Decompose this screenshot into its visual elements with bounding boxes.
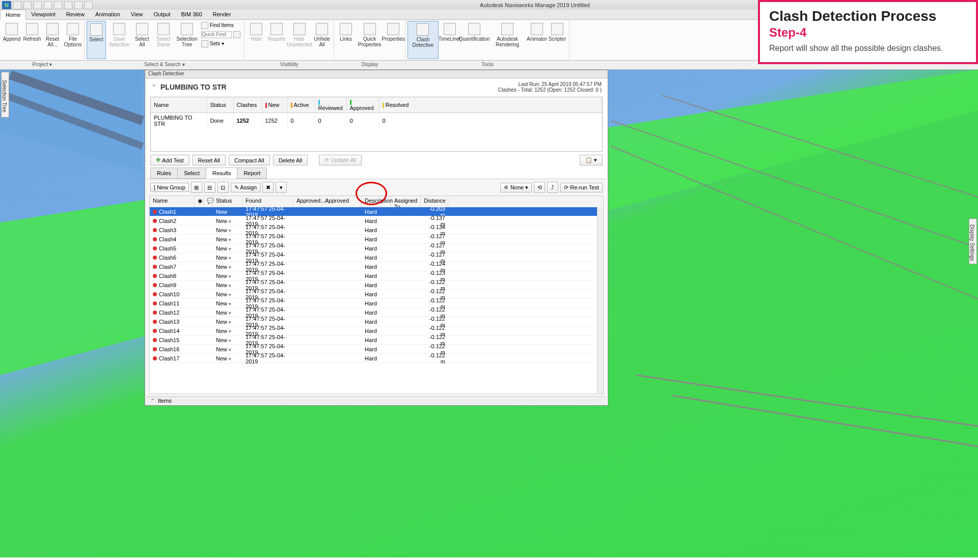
isolate-icon-button[interactable]: ⟲ [534,182,545,193]
th-new[interactable]: New [262,97,287,113]
status-dropdown-icon[interactable]: ▾ [229,246,231,251]
filter-icon-button[interactable]: ▾ [276,182,287,193]
th-clashes[interactable]: Clashes [233,97,262,113]
th-active[interactable]: Active [287,97,315,113]
compact-all-button[interactable]: Compact All [229,155,270,165]
qat-print-icon[interactable] [44,1,52,9]
reset-all-button[interactable]: Reset All... [43,21,62,59]
clash-row[interactable]: Clash4New ▾17:47:57 25-04-2019Hard-0.127… [150,235,597,244]
delete-all-button[interactable]: Delete All [273,155,308,165]
compact-icon-button[interactable]: ⊡ [218,182,229,193]
clash-row[interactable]: Clash11New ▾17:47:57 25-04-2019Hard-0.12… [150,299,597,308]
clash-row[interactable]: Clash15New ▾17:47:57 25-04-2019Hard-0.12… [150,335,597,345]
items-footer[interactable]: ⌃Items [146,396,607,405]
clash-row[interactable]: Clash2New ▾17:47:57 25-04-2019Hard-0.137… [150,216,597,226]
export-button[interactable]: 📋 ▾ [580,155,603,165]
scripter-button[interactable]: Scripter [548,21,567,59]
tab-bim360[interactable]: BIM 360 [176,10,208,19]
status-dropdown-icon[interactable]: ▾ [229,228,231,233]
status-dropdown-icon[interactable]: ▾ [229,301,231,306]
qat-save-icon[interactable] [34,1,42,9]
tab-select[interactable]: Select [177,167,206,179]
clash-row[interactable]: Clash17New ▾17:47:57 25-04-2019Hard-0.12… [150,354,597,363]
clash-row[interactable]: Clash10New ▾17:47:57 25-04-2019Hard-0.12… [150,290,597,299]
clash-detective-button[interactable]: Clash Detective [408,21,439,59]
th-approved[interactable]: Approved [346,97,379,113]
th-name[interactable]: Name [151,97,207,113]
search-icon[interactable] [233,31,240,38]
append-button[interactable]: Append [2,21,21,59]
status-dropdown-icon[interactable]: ▾ [229,283,231,288]
group-label-project[interactable]: Project ▾ [0,61,85,69]
selection-tree-sidetab[interactable]: Selection Tree [1,72,9,118]
status-dropdown-icon[interactable]: ▾ [229,311,231,316]
find-items-button[interactable]: Find Items [200,21,242,30]
status-dropdown-icon[interactable]: ▾ [229,219,231,224]
clash-row[interactable]: Clash5New ▾17:47:57 25-04-2019Hard-0.127… [150,244,597,253]
quick-find-input[interactable] [201,31,232,38]
tab-review[interactable]: Review [61,10,90,19]
th-status[interactable]: Status [207,97,233,113]
tab-results[interactable]: Results [206,167,238,179]
status-dropdown-icon[interactable]: ▾ [229,356,231,361]
clash-row[interactable]: Clash16New ▾17:47:57 25-04-2019Hard-0.12… [150,345,597,354]
qat-undo-icon[interactable] [54,1,62,9]
qat-select-icon[interactable] [85,1,93,9]
status-dropdown-icon[interactable]: ▾ [229,210,231,215]
tab-report[interactable]: Report [237,167,267,179]
reset-all-button[interactable]: Reset All [193,155,226,165]
qat-open-icon[interactable] [23,1,32,9]
refresh-button[interactable]: Refresh [22,21,42,59]
th-reviewed[interactable]: Reviewed [315,97,346,113]
clash-row[interactable]: Clash9New ▾17:47:57 25-04-2019Hard-0.122… [150,281,597,290]
qat-new-icon[interactable] [13,1,21,9]
th-resolved[interactable]: Resolved [379,97,602,113]
status-dropdown-icon[interactable]: ▾ [229,274,231,279]
status-dropdown-icon[interactable]: ▾ [229,237,231,242]
tests-row[interactable]: PLUMBING TO STR Done 1252 1252 0 0 0 0 [151,113,602,129]
app-logo[interactable]: N [2,1,11,9]
animator-button[interactable]: Animator [527,21,547,59]
new-group-button[interactable]: [ New Group [150,183,189,192]
status-dropdown-icon[interactable]: ▾ [229,256,231,261]
status-dropdown-icon[interactable]: ▾ [229,338,231,343]
clash-row[interactable]: Clash7New ▾17:47:57 25-04-2019Hard-0.124… [150,262,597,271]
status-dropdown-icon[interactable]: ▾ [229,320,231,325]
display-settings-sidetab[interactable]: Display Settings [969,218,977,264]
clash-row[interactable]: Clash6New ▾17:47:57 25-04-2019Hard-0.127… [150,253,597,262]
unassign-icon-button[interactable]: ✖ [262,182,274,193]
clash-row[interactable]: Clash8New ▾17:47:57 25-04-2019Hard-0.123… [150,271,597,281]
panel-title[interactable]: Clash Detective [145,70,608,78]
properties-button[interactable]: Properties [384,21,403,59]
rerun-test-button[interactable]: ⟳ Re-run Test [560,183,603,192]
quick-props-button[interactable]: Quick Properties [357,21,383,59]
qat-refresh-icon[interactable] [74,1,83,9]
tab-render[interactable]: Render [208,10,237,19]
status-dropdown-icon[interactable]: ▾ [229,292,231,297]
tab-home[interactable]: Home [0,10,26,20]
selection-tree-button[interactable]: Selection Tree [175,21,199,59]
clash-row[interactable]: Clash1New ▾17:47:57 25-04-2019Hard-0.203… [150,207,597,216]
clash-row[interactable]: Clash3New ▾17:47:57 25-04-2019Hard-0.134… [150,226,597,235]
sets-button[interactable]: Sets▾ [200,39,242,48]
filter-none-button[interactable]: ⚟ None ▾ [500,183,532,192]
reveal-icon-button[interactable]: ⤴ [547,182,558,193]
quantification-button[interactable]: Quantification [461,21,487,59]
select-button[interactable]: Select [87,21,106,59]
file-options-button[interactable]: File Options [63,21,83,59]
results-scrollbar[interactable] [597,207,603,394]
links-button[interactable]: Links [336,21,356,59]
assign-button[interactable]: ✎ Assign [231,183,260,192]
status-dropdown-icon[interactable]: ▾ [229,329,231,334]
autodesk-rendering-button[interactable]: Autodesk Rendering [488,21,526,59]
clash-row[interactable]: Clash14New ▾17:47:57 25-04-2019Hard-0.12… [150,326,597,335]
tab-viewpoint[interactable]: Viewpoint [26,10,61,19]
select-all-button[interactable]: Select All [132,21,152,59]
clash-row[interactable]: Clash13New ▾17:47:57 25-04-2019Hard-0.12… [150,317,597,326]
collapse-icon[interactable]: ⌃ [151,83,156,91]
tab-view[interactable]: View [126,10,149,19]
tab-output[interactable]: Output [149,10,176,19]
qat-redo-icon[interactable] [64,1,72,9]
viewport-3d[interactable]: Selection Tree Clash Detective ⌃ PLUMBIN… [0,70,978,557]
explode-icon-button[interactable]: ⊟ [204,182,215,193]
